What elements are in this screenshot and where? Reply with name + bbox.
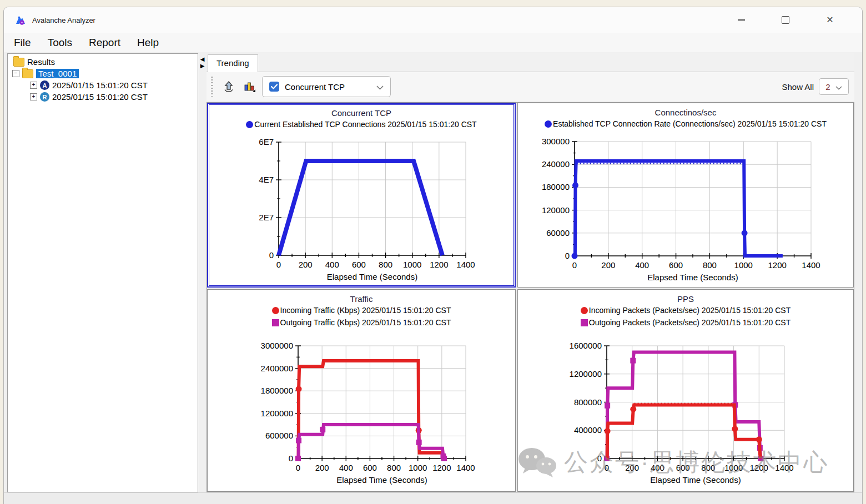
svg-text:2E7: 2E7 — [259, 213, 274, 222]
svg-text:300000: 300000 — [542, 137, 570, 146]
run-r-badge: R — [40, 92, 49, 102]
tree-item-run-r[interactable]: + R 2025/01/15 15:01:20 CST — [9, 91, 197, 103]
svg-text:800: 800 — [379, 260, 392, 269]
svg-text:1400: 1400 — [802, 260, 820, 270]
svg-text:0: 0 — [276, 260, 281, 269]
svg-text:0: 0 — [605, 463, 609, 472]
svg-text:600: 600 — [352, 260, 366, 269]
chart-plot: 0200400600800100012001400060000012000001… — [208, 329, 515, 491]
svg-text:1400: 1400 — [775, 463, 793, 472]
chart-panel-concurrent-tcp[interactable]: Concurrent TCPCurrent Established TCP Co… — [207, 103, 516, 288]
legend-circle-icon — [246, 121, 253, 128]
chart-type-button[interactable] — [241, 79, 257, 94]
svg-text:120000: 120000 — [542, 205, 570, 215]
svg-text:200: 200 — [601, 260, 615, 270]
legend-label: Incoming Traffic (Kbps) 2025/01/15 15:01… — [280, 304, 451, 316]
chart-plot: 0200400600800100012001400060000120000180… — [518, 130, 853, 287]
chart-panel-connectinos-sec[interactable]: Connectinos/secEstablished TCP Connectio… — [517, 103, 854, 288]
svg-text:400000: 400000 — [574, 425, 602, 435]
folder-icon — [13, 58, 24, 67]
app-icon — [15, 14, 27, 26]
chart-legend-row: Incoming Packets (Packets/sec) 2025/01/1… — [518, 304, 853, 316]
toolbar: Concurrent TCP Show All 2 — [207, 72, 854, 101]
menu-item-file[interactable]: File — [14, 37, 31, 49]
svg-text:1200: 1200 — [768, 260, 786, 270]
tree-item-test-0001-label: Test_0001 — [36, 69, 79, 78]
svg-text:400: 400 — [635, 260, 649, 270]
chart-legend-row: Current Established TCP Connections 2025… — [208, 118, 515, 130]
maximize-button[interactable] — [778, 12, 793, 28]
menu-item-report[interactable]: Report — [89, 37, 120, 49]
chart-panel-pps[interactable]: PPSIncoming Packets (Packets/sec) 2025/0… — [517, 289, 854, 492]
svg-text:1400: 1400 — [456, 463, 475, 472]
tab-bar: Trending — [207, 53, 854, 72]
svg-text:0: 0 — [269, 250, 274, 260]
svg-text:0: 0 — [289, 453, 293, 463]
svg-text:60000: 60000 — [546, 228, 570, 238]
svg-text:240000: 240000 — [542, 159, 570, 169]
legend-label: Outgoing Traffic (Kbps) 2025/01/15 15:01… — [280, 316, 451, 329]
svg-text:800: 800 — [387, 463, 401, 472]
maximize-icon — [782, 16, 789, 24]
export-chart-button[interactable] — [221, 79, 236, 94]
svg-text:6E7: 6E7 — [259, 137, 274, 147]
svg-text:0: 0 — [597, 453, 602, 463]
collapse-left-icon[interactable]: ◀ — [200, 56, 205, 62]
chevron-down-icon — [835, 82, 842, 92]
chart-legend-row: Incoming Traffic (Kbps) 2025/01/15 15:01… — [208, 304, 515, 316]
chart-title: PPS — [518, 290, 853, 304]
svg-text:800: 800 — [703, 260, 717, 270]
tree-item-results-label: Results — [27, 57, 55, 67]
svg-text:600: 600 — [669, 260, 683, 270]
chart-legend-row: Outgoing Traffic (Kbps) 2025/01/15 15:01… — [208, 316, 515, 329]
svg-text:400: 400 — [325, 260, 339, 269]
legend-label: Established TCP Connection Rate (Connect… — [553, 118, 827, 130]
svg-text:1200000: 1200000 — [261, 409, 293, 418]
tree-item-run-a[interactable]: + A 2025/01/15 15:01:20 CST — [9, 79, 197, 91]
collapse-right-icon[interactable]: ▶ — [200, 63, 205, 69]
bar-chart-icon — [243, 80, 256, 93]
expand-expander-icon[interactable]: + — [30, 93, 37, 100]
tree-item-results[interactable]: Results — [9, 56, 197, 68]
tree-item-test-0001[interactable]: − Test_0001 — [9, 68, 197, 79]
svg-text:0: 0 — [296, 463, 300, 472]
legend-square-icon — [581, 319, 588, 326]
metric-checkbox[interactable] — [269, 82, 279, 92]
close-button[interactable]: ✕ — [822, 12, 838, 28]
chart-panel-traffic[interactable]: TrafficIncoming Traffic (Kbps) 2025/01/1… — [207, 289, 516, 492]
tab-trending[interactable]: Trending — [208, 54, 258, 72]
show-all-select[interactable]: 2 — [819, 78, 849, 95]
svg-text:2400000: 2400000 — [261, 364, 293, 373]
legend-circle-icon — [272, 307, 279, 314]
metric-select-value: Concurrent TCP — [285, 82, 345, 92]
chart-title: Connectinos/sec — [518, 103, 853, 118]
svg-text:400: 400 — [651, 463, 664, 472]
folder-icon — [22, 69, 33, 78]
window-title: Avalanche Analyzer — [32, 16, 95, 24]
svg-text:600: 600 — [676, 463, 690, 472]
chart-plot: 020040060080010001200140002E74E76E7Elaps… — [208, 130, 515, 286]
svg-text:800: 800 — [701, 463, 715, 472]
minimize-icon — [738, 19, 745, 21]
svg-text:1600000: 1600000 — [570, 341, 602, 350]
metric-select[interactable]: Concurrent TCP — [262, 76, 391, 97]
svg-text:3000000: 3000000 — [261, 341, 293, 350]
title-bar: Avalanche Analyzer ✕ — [4, 7, 862, 33]
app-window: Avalanche Analyzer ✕ File Tools Report H… — [3, 7, 863, 504]
collapse-expander-icon[interactable]: − — [12, 70, 19, 77]
minimize-button[interactable] — [733, 12, 749, 28]
svg-text:0: 0 — [565, 251, 570, 260]
toolbar-grip[interactable] — [211, 77, 213, 97]
expand-expander-icon[interactable]: + — [30, 82, 37, 89]
menu-item-tools[interactable]: Tools — [48, 37, 72, 49]
svg-text:1000: 1000 — [734, 260, 753, 270]
svg-text:1000: 1000 — [409, 463, 427, 472]
check-icon — [271, 84, 278, 89]
export-chart-icon — [223, 80, 235, 93]
menu-item-help[interactable]: Help — [137, 37, 159, 49]
content-area: Results − Test_0001 + A 2025/01/15 15:01… — [4, 52, 862, 492]
svg-text:1200: 1200 — [750, 463, 768, 472]
tree-item-run-a-label: 2025/01/15 15:01:20 CST — [52, 80, 148, 90]
panel-splitter[interactable]: ◀ ▶ — [198, 53, 207, 492]
chart-plot: 0200400600800100012001400040000080000012… — [518, 329, 853, 491]
